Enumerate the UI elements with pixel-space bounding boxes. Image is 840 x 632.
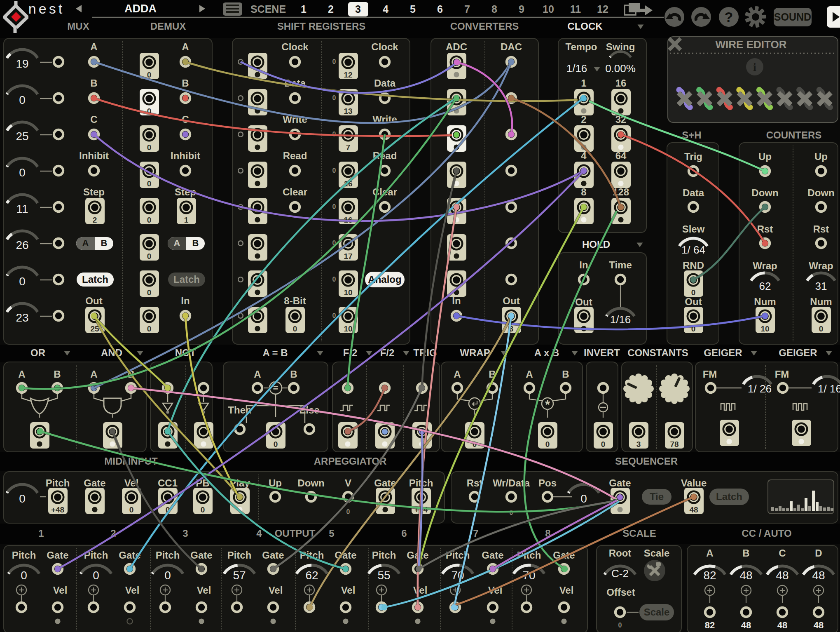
svg-text:?: ?: [725, 9, 733, 25]
svg-text:i: i: [753, 61, 756, 73]
